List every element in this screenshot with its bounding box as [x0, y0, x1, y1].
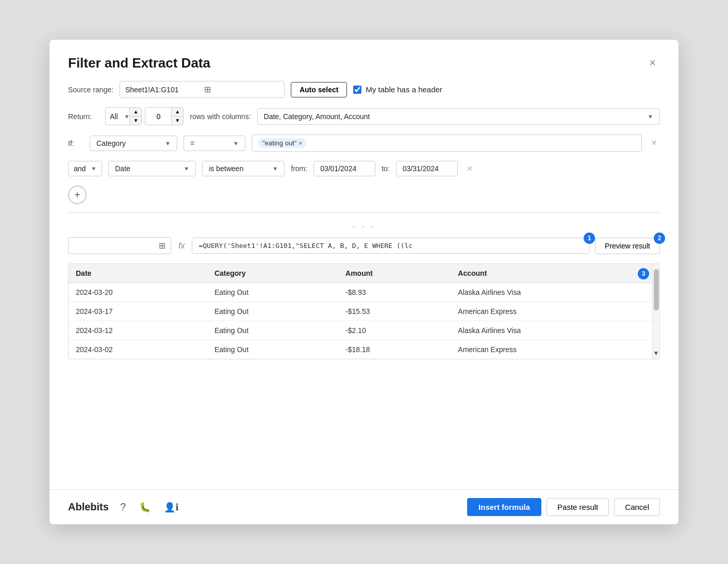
auto-select-button[interactable]: Auto select — [291, 82, 347, 97]
table-header-row: Date Category Amount Account — [69, 264, 659, 283]
table-cell: -$8.93 — [338, 283, 451, 302]
all-option: All — [106, 109, 122, 124]
user-info-button[interactable]: 👤ℹ — [162, 499, 181, 515]
columns-chevron-icon: ▼ — [648, 113, 653, 120]
footer-left: Ablebits ? 🐛 👤ℹ — [68, 499, 181, 515]
fx-label: fx — [176, 241, 187, 251]
formula-display[interactable]: =QUERY('Sheet1'!A1:G101,"SELECT A, B, D,… — [192, 238, 590, 254]
to-date-input[interactable]: 03/31/2024 — [396, 161, 458, 176]
table-cell: American Express — [451, 302, 659, 321]
paste-result-button[interactable]: Paste result — [547, 498, 609, 516]
if-value-input[interactable]: "eating out" × — [252, 135, 642, 152]
return-label: Return: — [68, 112, 99, 121]
source-range-input[interactable]: Sheet1!A1:G101 ⊞ — [120, 81, 285, 98]
value-tag-text: "eating out" — [262, 139, 296, 147]
spinner-up-button[interactable]: ▲ — [130, 108, 141, 117]
formula-row: ⊞ fx =QUERY('Sheet1'!A1:G101,"SELECT A, … — [68, 237, 660, 254]
from-date-input[interactable]: 03/01/2024 — [313, 161, 375, 176]
return-number-input[interactable]: ▲ ▼ — [145, 107, 184, 125]
has-header-checkbox[interactable] — [353, 86, 361, 94]
value-tag-remove[interactable]: × — [299, 140, 302, 147]
table-cell: Eating Out — [207, 283, 338, 302]
table-cell: American Express — [451, 340, 659, 359]
preview-result-button[interactable]: Preview result — [595, 238, 660, 254]
if-operator-select[interactable]: = ▼ — [184, 136, 245, 151]
filter-extract-dialog: Filter and Extract Data × Source range: … — [49, 40, 679, 524]
and-operator-value: is between — [209, 164, 243, 173]
table-badge-3: 3 — [638, 268, 649, 279]
scroll-down-arrow-icon[interactable]: ▼ — [653, 350, 659, 357]
preview-btn-wrapper: Preview result 2 — [595, 238, 660, 254]
row-count-down[interactable]: ▼ — [172, 117, 183, 125]
all-chevron-icon: ▼ — [124, 113, 130, 120]
bug-report-button[interactable]: 🐛 — [137, 499, 153, 515]
table-cell: 2024-03-17 — [69, 302, 207, 321]
table-cell: Eating Out — [207, 321, 338, 340]
scrollbar[interactable]: ▼ — [652, 264, 659, 359]
col-header-date: Date — [69, 264, 207, 283]
return-all-select[interactable]: All ▼ ▲ ▼ — [105, 107, 142, 125]
columns-select[interactable]: Date, Category, Amount, Account ▼ — [257, 108, 660, 125]
table-cell: -$18.18 — [338, 340, 451, 359]
preview-badge-2: 2 — [654, 233, 665, 244]
row-count-up[interactable]: ▲ — [172, 108, 183, 117]
table-row: 2024-03-20Eating Out-$8.93Alaska Airline… — [69, 283, 659, 302]
insert-formula-button[interactable]: Insert formula — [467, 498, 541, 516]
and-row: and ▼ Date ▼ is between ▼ from: 03/01/20… — [68, 161, 660, 176]
table-row: 2024-03-12Eating Out-$2.10Alaska Airline… — [69, 321, 659, 340]
scrollbar-thumb — [654, 269, 659, 310]
add-condition-button[interactable]: + — [68, 186, 87, 204]
and-operator-chevron-icon: ▼ — [272, 165, 278, 172]
if-row: If: Category ▼ = ▼ "eating out" × × — [68, 135, 660, 152]
source-range-value: Sheet1!A1:G101 — [125, 86, 200, 94]
has-header-label: My table has a header — [366, 85, 442, 94]
header-checkbox-area: My table has a header — [353, 85, 442, 94]
col-header-amount: Amount — [338, 264, 451, 283]
to-date-value: 03/31/2024 — [403, 164, 439, 173]
from-date-value: 03/01/2024 — [320, 164, 356, 173]
table-cell: -$2.10 — [338, 321, 451, 340]
dialog-body: Source range: Sheet1!A1:G101 ⊞ Auto sele… — [49, 81, 679, 489]
table-cell: 2024-03-02 — [69, 340, 207, 359]
and-operator-select[interactable]: is between ▼ — [202, 161, 285, 176]
help-button[interactable]: ? — [118, 499, 128, 515]
dialog-header: Filter and Extract Data × — [49, 40, 679, 81]
value-tag: "eating out" × — [258, 138, 306, 148]
source-range-row: Source range: Sheet1!A1:G101 ⊞ Auto sele… — [68, 81, 660, 98]
row-count-input[interactable] — [145, 109, 171, 124]
close-button[interactable]: × — [645, 54, 660, 72]
and-connector-select[interactable]: and ▼ — [68, 161, 102, 176]
rows-with-columns-label: rows with columns: — [190, 112, 251, 121]
divider — [68, 212, 660, 213]
cancel-button[interactable]: Cancel — [614, 498, 660, 516]
table-cell: Eating Out — [207, 340, 338, 359]
footer-right: Insert formula Paste result Cancel — [467, 498, 660, 516]
table-row: 2024-03-02Eating Out-$18.18American Expr… — [69, 340, 659, 359]
if-operator-value: = — [190, 139, 194, 147]
if-field-value: Category — [96, 139, 126, 147]
result-table-body: 2024-03-20Eating Out-$8.93Alaska Airline… — [69, 283, 659, 359]
and-field-select[interactable]: Date ▼ — [108, 161, 196, 176]
grid-icon: ⊞ — [204, 85, 279, 94]
spinner-down-button[interactable]: ▼ — [130, 117, 141, 125]
table-row: 2024-03-17Eating Out-$15.53American Expr… — [69, 302, 659, 321]
table-cell: 2024-03-20 — [69, 283, 207, 302]
user-icon: 👤ℹ — [164, 502, 179, 512]
from-label: from: — [291, 164, 307, 173]
if-row-remove-button[interactable]: × — [648, 137, 660, 150]
dialog-footer: Ablebits ? 🐛 👤ℹ Insert formula Paste res… — [49, 489, 679, 524]
collapse-toggle[interactable]: · · · — [68, 221, 660, 232]
if-field-select[interactable]: Category ▼ — [90, 136, 177, 151]
if-field-chevron-icon: ▼ — [165, 140, 171, 146]
and-row-remove-button[interactable]: × — [464, 162, 476, 175]
formula-badge-1: 1 — [584, 233, 595, 244]
cell-ref-input[interactable]: ⊞ — [68, 237, 171, 254]
source-range-label: Source range: — [68, 86, 113, 94]
dialog-title: Filter and Extract Data — [68, 55, 210, 71]
table-cell: Alaska Airlines Visa — [451, 321, 659, 340]
and-connector-value: and — [74, 164, 86, 173]
result-table-wrapper: 3 Date Category Amount Account 2024-03-2… — [68, 263, 660, 359]
if-label: If: — [68, 139, 84, 147]
formula-wrapper: =QUERY('Sheet1'!A1:G101,"SELECT A, B, D,… — [192, 238, 590, 254]
columns-value: Date, Category, Amount, Account — [264, 112, 370, 121]
